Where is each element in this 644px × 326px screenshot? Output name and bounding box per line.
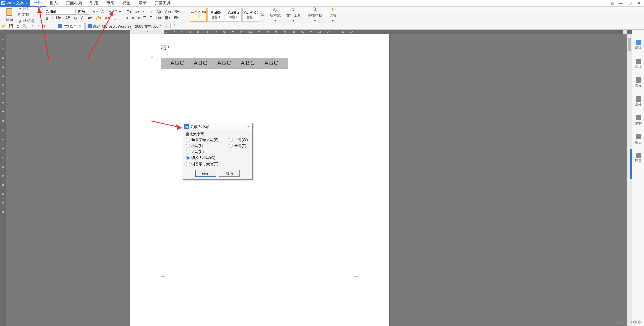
menu-tab-insert[interactable]: 插入 bbox=[46, 0, 62, 7]
align-left-button[interactable]: ≡ bbox=[125, 15, 129, 20]
bullets-button[interactable]: ☰▾ bbox=[125, 9, 133, 14]
dialog-titlebar[interactable]: W 更改大小写 × bbox=[183, 123, 252, 130]
vertical-ruler[interactable]: 1416182022242628303234363840424446485052 bbox=[0, 30, 6, 326]
format-painter-button[interactable]: 🖌格式刷 bbox=[17, 18, 35, 24]
shading-button[interactable]: ▦▾ bbox=[164, 15, 172, 20]
side-properties[interactable]: 属性 bbox=[635, 96, 642, 107]
save-icon[interactable]: 💾 bbox=[9, 24, 13, 28]
undo-icon[interactable]: ↶ bbox=[29, 24, 34, 28]
open-icon[interactable]: 📂 bbox=[2, 24, 7, 28]
bold-button[interactable]: B bbox=[45, 16, 49, 21]
highlight-button[interactable]: 🖍▾ bbox=[94, 15, 102, 21]
shrink-font-button[interactable]: A- bbox=[100, 9, 106, 14]
char-border-button[interactable]: ⊡ bbox=[112, 15, 117, 21]
style-gallery-more-button[interactable]: ⇲ bbox=[260, 8, 265, 22]
app-menu-dropdown-icon[interactable]: ▾ bbox=[26, 2, 27, 5]
paste-button[interactable]: 粘贴 bbox=[3, 7, 16, 22]
side-backup[interactable]: 备份 bbox=[635, 134, 642, 145]
new-style-button[interactable]: AA 新样式▾ bbox=[267, 7, 283, 23]
subscript-button[interactable]: X₂ bbox=[80, 15, 85, 21]
font-name-select[interactable] bbox=[45, 9, 76, 15]
cancel-button[interactable]: 取消 bbox=[219, 170, 240, 177]
option-uppercase[interactable]: 大写(U) bbox=[186, 149, 219, 154]
redo-icon[interactable]: ↷ bbox=[36, 24, 40, 28]
align-justify-button[interactable]: ≣ bbox=[142, 15, 147, 20]
document-page[interactable]: 吧！ ABC ABC ABC ABC ABC bbox=[130, 34, 389, 326]
borders-button[interactable]: ⊞ bbox=[181, 9, 186, 14]
vertical-scrollbar[interactable] bbox=[627, 34, 632, 326]
style-item-normal[interactable]: AaBbCcDd 正文 bbox=[190, 8, 207, 22]
side-new[interactable]: 新建 bbox=[635, 40, 642, 50]
superscript-button[interactable]: X² bbox=[73, 16, 78, 21]
document-viewport[interactable]: 2 46810121416182022242628303234363840424… bbox=[6, 30, 644, 326]
side-select[interactable]: 选择 bbox=[635, 77, 642, 88]
option-lowercase[interactable]: 小写(L) bbox=[186, 143, 219, 148]
minimize-icon[interactable]: — bbox=[618, 1, 624, 5]
ruler-options-icon[interactable] bbox=[623, 30, 627, 34]
indent-left-button[interactable]: ⇤ bbox=[142, 9, 147, 14]
document-tab-2[interactable]: 新建 Microsoft Word 97 - 2003 文档.doc * × bbox=[85, 23, 171, 30]
find-replace-button[interactable]: 查找替换▾ bbox=[305, 7, 325, 23]
menu-tab-page-layout[interactable]: 页面布局 bbox=[62, 0, 86, 7]
font-size-select[interactable] bbox=[77, 9, 90, 15]
change-case-button[interactable]: Tт▾ bbox=[114, 9, 122, 15]
italic-button[interactable]: I bbox=[51, 16, 54, 21]
side-settings[interactable]: 设置 bbox=[635, 153, 642, 164]
close-tab-icon[interactable]: × bbox=[79, 24, 81, 29]
option-toggle-case[interactable]: 切换大小写(G) bbox=[186, 155, 219, 160]
print-icon[interactable]: 🖨 bbox=[15, 24, 20, 28]
strikethrough-button[interactable]: ꓸAB bbox=[63, 15, 71, 21]
char-spacing-button[interactable]: |A|▾ bbox=[154, 9, 163, 14]
clear-format-button[interactable]: A̶ bbox=[108, 9, 112, 14]
option-full-width[interactable]: 全角(F) bbox=[229, 143, 248, 148]
indent-right-button[interactable]: ⇥ bbox=[148, 9, 153, 14]
horizontal-ruler[interactable]: 2 46810121416182022242628303234363840424… bbox=[6, 30, 639, 34]
text-effects-button[interactable]: A▾ bbox=[87, 15, 93, 21]
style-item-heading3[interactable]: AaBbC 标题 3 bbox=[242, 8, 259, 22]
menu-tab-dev-tools[interactable]: 开发工具 bbox=[151, 0, 175, 7]
ok-button[interactable]: 确定 bbox=[195, 170, 216, 177]
font-color-button[interactable]: A▾ bbox=[104, 15, 111, 21]
distribute-button[interactable]: ≣ bbox=[148, 15, 153, 20]
align-center-button[interactable]: ≡ bbox=[131, 15, 135, 20]
svg-rect-1 bbox=[8, 8, 11, 9]
para-border-button[interactable]: ⊡▾ bbox=[173, 15, 180, 20]
side-styles[interactable]: 样式 bbox=[635, 59, 642, 69]
workspace: 1416182022242628303234363840424446485052… bbox=[0, 30, 644, 326]
option-sentence-case[interactable]: 句首字母大写(S) bbox=[186, 137, 219, 142]
menu-tab-references[interactable]: 引用 bbox=[86, 0, 102, 7]
option-title-case[interactable]: 词首字母大写(T) bbox=[186, 161, 219, 167]
line-spacing-button[interactable]: ↕≡▾ bbox=[155, 15, 163, 20]
page-content[interactable]: 吧！ ABC ABC ABC ABC ABC bbox=[130, 34, 389, 79]
option-half-width[interactable]: 半角(W) bbox=[229, 137, 248, 142]
menu-tab-view[interactable]: 视图 bbox=[118, 0, 135, 7]
menu-tab-sections[interactable]: 章节 bbox=[135, 0, 151, 7]
restore-icon[interactable]: ▢ bbox=[627, 1, 633, 5]
side-restrict[interactable]: 限制 bbox=[635, 115, 642, 126]
close-window-icon[interactable]: ✕ bbox=[636, 1, 641, 5]
document-tab-1[interactable]: 文档1 * × bbox=[56, 23, 85, 30]
style-item-heading1[interactable]: AaBk 标题 1 bbox=[207, 8, 224, 22]
text-line[interactable]: 吧！ bbox=[161, 44, 359, 51]
qa-dropdown-icon[interactable]: ▾ bbox=[42, 24, 47, 28]
selected-text[interactable]: ABC ABC ABC ABC ABC bbox=[161, 58, 288, 69]
sort-button[interactable]: A↓▾ bbox=[164, 9, 173, 14]
numbering-button[interactable]: ≡▾ bbox=[134, 9, 140, 14]
underline-button[interactable]: U▾ bbox=[55, 15, 62, 21]
copy-button[interactable]: ⎘复制 bbox=[17, 12, 35, 17]
select-button[interactable]: 选择▾ bbox=[327, 7, 339, 23]
window-options-icon[interactable]: ▥ bbox=[610, 1, 615, 5]
text-tool-button[interactable]: 文 文字工具▾ bbox=[283, 7, 304, 23]
align-right-button[interactable]: ≡ bbox=[137, 15, 141, 20]
menu-tab-review[interactable]: 审阅 bbox=[102, 0, 118, 7]
show-marks-button[interactable]: ¶▾ bbox=[174, 9, 180, 14]
grow-font-button[interactable]: A+ bbox=[92, 9, 99, 14]
dialog-close-icon[interactable]: × bbox=[245, 124, 251, 129]
print-preview-icon[interactable]: 🔍 bbox=[22, 24, 27, 28]
format-painter-large-icon[interactable] bbox=[36, 6, 42, 11]
close-tab-icon[interactable]: × bbox=[164, 24, 167, 29]
style-item-heading2[interactable]: AaBb 标题 2 bbox=[225, 8, 242, 22]
scrollbar-thumb[interactable] bbox=[628, 38, 631, 51]
new-tab-button[interactable]: + bbox=[171, 23, 178, 30]
cut-button[interactable]: ✂剪切 bbox=[17, 6, 35, 11]
